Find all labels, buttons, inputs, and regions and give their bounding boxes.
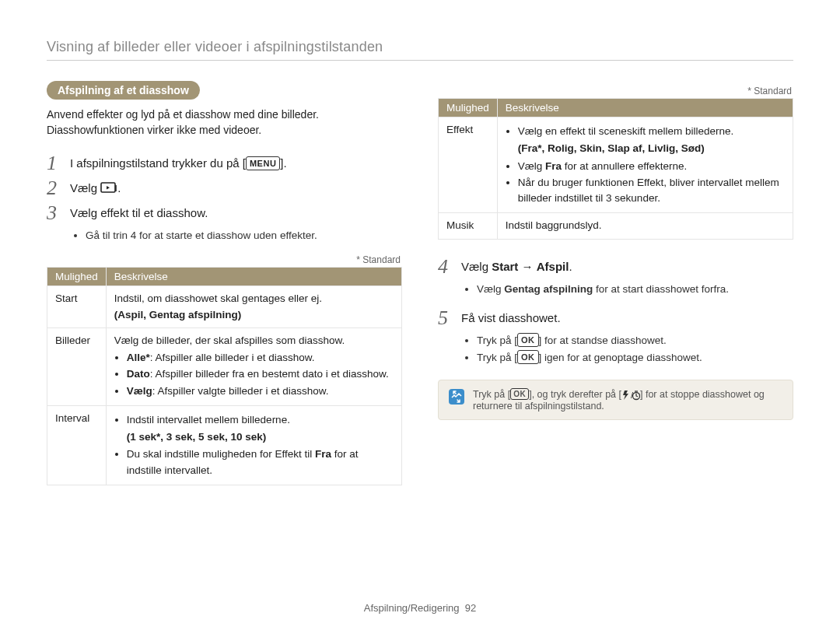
footer-section: Afspilning/Redigering: [364, 602, 460, 614]
step-5: 5 Få vist diasshowet.: [438, 308, 793, 328]
ok-button-label: OK: [517, 333, 539, 347]
note-text: Tryk på [OK], og tryk derefter på [ / ] …: [473, 388, 783, 412]
desc-item: Dato: Afspiller billeder fra en bestemt …: [127, 366, 394, 382]
step-body: Vælg .: [70, 178, 402, 195]
bullet-post: ] igen for at genoptage diasshowet.: [539, 352, 702, 363]
step-4-bullets: Vælg Gentag afspilning for at start dias…: [463, 282, 793, 297]
desc-item: Vælg Fra for at annullere effekterne.: [518, 159, 785, 174]
desc-paren: (Aspil, Gentag afspilning): [114, 309, 242, 321]
table-row: Musik Indstil baggrundslyd.: [439, 213, 793, 239]
table-row: Start Indstil, om diasshowet skal gentag…: [47, 286, 402, 328]
step-3-bullet: Gå til trin 4 for at starte et diasshow …: [86, 228, 402, 243]
item-bold: Alle*: [127, 352, 150, 363]
bullet-pre: Tryk på [: [477, 335, 517, 346]
svg-marker-1: [107, 186, 110, 190]
options-table-right: Mulighed Beskrivelse Effekt Vælg en effe…: [438, 98, 793, 240]
step-4-bold1: Start: [492, 260, 518, 273]
standard-footnote-right: * Standard: [438, 86, 792, 96]
item-pre: Vælg: [518, 160, 545, 172]
option-desc: Vælg de billeder, der skal afspilles som…: [106, 328, 401, 405]
step-number: 1: [47, 153, 64, 173]
step-number: 3: [47, 203, 64, 223]
ok-button-label: OK: [517, 350, 539, 364]
page-heading: Visning af billeder eller videoer i afsp…: [47, 39, 793, 61]
item-rest: : Afspiller alle billeder i et diasshow.: [150, 352, 315, 363]
slideshow-icon: [100, 181, 117, 195]
content-columns: Afspilning af et diasshow Anvend effekte…: [47, 81, 793, 485]
step-2-prefix: Vælg: [70, 181, 100, 194]
step-1-suffix: ].: [280, 156, 286, 170]
svg-marker-3: [623, 391, 628, 400]
desc-item: Vælg: Afspiller valgte billeder i et dia…: [127, 384, 394, 399]
option-desc: Indstil baggrundslyd.: [497, 213, 793, 239]
step-3: 3 Vælg effekt til et diasshow.: [47, 203, 402, 223]
desc-item: Alle*: Afspiller alle billeder i et dias…: [127, 350, 394, 366]
item-bold: Dato: [127, 368, 150, 380]
option-desc: Indstil, om diasshowet skal gentages ell…: [106, 286, 401, 328]
options-table-left: Mulighed Beskrivelse Start Indstil, om d…: [47, 267, 402, 485]
table-header-description: Beskrivelse: [106, 268, 401, 286]
item-post: for at annullere effekterne.: [562, 160, 687, 172]
option-label: Interval: [47, 405, 107, 485]
step-2-suffix: .: [117, 181, 121, 194]
step-5-bullet-2: Tryk på [OK] igen for at genoptage diass…: [477, 350, 793, 366]
note-box: Tryk på [OK], og tryk derefter på [ / ] …: [438, 380, 793, 420]
desc-paren: (Fra*, Rolig, Skin, Slap af, Livlig, Sød…: [506, 141, 785, 156]
option-desc: Indstil intervallet mellem billederne. (…: [106, 405, 401, 485]
menu-button-label: MENU: [246, 156, 280, 170]
item-bold: Vælg: [127, 385, 152, 397]
desc-line: Indstil, om diasshowet skal gentages ell…: [114, 292, 322, 304]
table-header-description: Beskrivelse: [497, 99, 793, 117]
desc-item: Vælg en effekt til sceneskift mellem bil…: [518, 124, 785, 139]
footer-page-number: 92: [465, 602, 476, 614]
step-5-bullet-1: Tryk på [OK] for at standse diasshowet.: [477, 333, 793, 349]
option-label: Start: [47, 286, 107, 328]
option-desc: Vælg en effekt til sceneskift mellem bil…: [497, 117, 793, 213]
step-body: Vælg effekt til et diasshow.: [70, 203, 402, 219]
step-1: 1 I afspilningstilstand trykker du på [M…: [47, 153, 402, 173]
desc-item: Indstil intervallet mellem billederne.: [127, 412, 394, 428]
info-icon: [448, 388, 465, 408]
table-header-option: Mulighed: [47, 268, 107, 286]
table-header-option: Mulighed: [439, 99, 498, 117]
bullet-pre: Tryk på [: [477, 352, 517, 363]
option-label: Musik: [439, 213, 498, 239]
step-2: 2 Vælg .: [47, 178, 402, 198]
step-body: Vælg Start → Afspil.: [461, 257, 793, 273]
step-4-bold2: Afspil: [537, 260, 569, 273]
note-mid: ], og tryk derefter på [: [529, 389, 621, 400]
step-number: 4: [438, 257, 455, 277]
item-rest: : Afspiller billeder fra en bestemt dato…: [150, 368, 389, 380]
bullet-bold: Gentag afspilning: [504, 283, 593, 295]
standard-footnote-left: * Standard: [47, 254, 401, 265]
item-rest: : Afspiller valgte billeder i et diassho…: [152, 385, 329, 397]
step-number: 5: [438, 308, 455, 328]
option-label: Billeder: [47, 328, 107, 405]
step-4-bullet: Vælg Gentag afspilning for at start dias…: [477, 282, 793, 297]
flash-timer-icon: /: [621, 390, 640, 401]
bullet-post: for at start diasshowet forfra.: [593, 283, 729, 295]
left-column: Afspilning af et diasshow Anvend effekte…: [47, 81, 402, 485]
option-label: Effekt: [439, 117, 498, 213]
bullet-post: ] for at standse diasshowet.: [539, 335, 667, 346]
step-5-bullets: Tryk på [OK] for at standse diasshowet. …: [463, 333, 793, 366]
step-1-prefix: I afspilningstilstand trykker du på [: [70, 156, 246, 170]
page-footer: Afspilning/Redigering 92: [0, 602, 840, 614]
step-4-arrow: →: [518, 260, 536, 273]
step-4-suffix: .: [569, 260, 572, 273]
step-body: Få vist diasshowet.: [461, 308, 793, 324]
step-number: 2: [47, 178, 64, 198]
step-4: 4 Vælg Start → Afspil.: [438, 257, 793, 277]
step-4-pre: Vælg: [461, 260, 492, 273]
desc-lead: Vælg de billeder, der skal afspilles som…: [114, 335, 345, 346]
intro-text: Anvend effekter og lyd på et diasshow me…: [47, 107, 402, 138]
section-pill: Afspilning af et diasshow: [47, 81, 200, 100]
right-column: * Standard Mulighed Beskrivelse Effekt V…: [438, 81, 793, 485]
item-pre: Du skal indstille muligheden for Effekt …: [127, 448, 315, 460]
bullet-pre: Vælg: [477, 283, 504, 295]
item-bold: Fra: [315, 448, 331, 460]
step-body: I afspilningstilstand trykker du på [MEN…: [70, 153, 402, 170]
desc-item: Du skal indstille muligheden for Effekt …: [127, 447, 394, 478]
item-bold: Fra: [545, 160, 562, 172]
table-row: Interval Indstil intervallet mellem bill…: [47, 405, 402, 485]
